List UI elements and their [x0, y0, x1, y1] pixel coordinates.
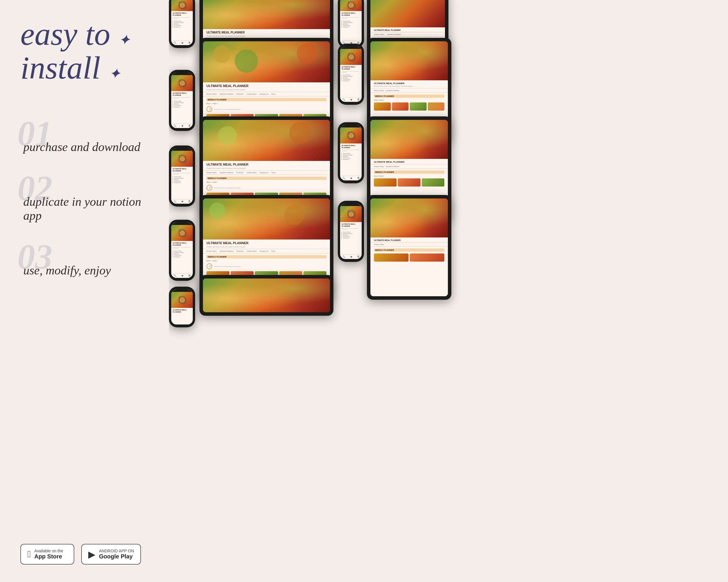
app-store-line2: App Store — [34, 553, 63, 560]
phone-top-left: ULTIMATE MEAL PLANNER People who love to… — [169, 0, 195, 48]
phone-row2-right: ULTIMATE MEAL PLANNER People who love to… — [338, 44, 364, 105]
step-3: 03 use, modify, enjoy — [20, 249, 151, 277]
screens-container: ULTIMATE MEAL PLANNER People who love to… — [169, 0, 728, 582]
steps-container: 01 purchase and download 02 duplicate in… — [20, 126, 151, 277]
screens-area: ULTIMATE MEAL PLANNER People who love to… — [169, 0, 728, 582]
star-deco-1: ✦ — [118, 32, 130, 48]
phone-top-right: ULTIMATE MEAL PLANNER People who love to… — [338, 0, 364, 48]
app-store-badge[interactable]:  Available on the App Store — [20, 544, 74, 564]
main-heading: easy to ✦ install ✦ — [20, 18, 151, 90]
tablet-row5-center — [200, 275, 333, 316]
left-panel: easy to ✦ install ✦ 01 purchase and down… — [0, 0, 169, 582]
tablet-title-t1: ULTIMATE MEAL PLANNER People who love to… — [203, 29, 330, 38]
phone-menu-3: My Kitchen — [173, 24, 191, 25]
badges-row:  Available on the App Store ▶ ANDROID A… — [20, 526, 151, 564]
phone-app-title-t1: ULTIMATE MEAL PLANNER — [173, 12, 191, 16]
app-store-text: Available on the App Store — [34, 549, 63, 560]
bottom-icon-1: 🔍 — [174, 41, 177, 44]
main-title: easy to ✦ install ✦ — [20, 18, 151, 85]
google-play-line2: Google Play — [99, 553, 134, 560]
main-layout: easy to ✦ install ✦ 01 purchase and down… — [0, 0, 728, 582]
play-icon: ▶ — [88, 549, 96, 560]
phone-row4-right: ULTIMATE MEAL PLANNER People who love to… — [338, 201, 364, 262]
google-play-line1: ANDROID APP ON — [99, 549, 134, 553]
phone-row3-left: ULTIMATE MEAL PLANNER People who love to… — [169, 145, 195, 206]
phone-menu-5: Shopping List — [173, 26, 191, 28]
step-1: 01 purchase and download — [20, 126, 151, 154]
phone-row5-left: ULTIMATE MEAL PLANNER — [169, 287, 195, 327]
tablet-row4-far-right: ULTIMATE MEAL PLANNER Recipes Gallery WE… — [367, 195, 451, 300]
phone-menu-2: Ingredients Database — [173, 22, 191, 23]
step-2: 02 duplicate in your notion app — [20, 180, 151, 223]
google-play-badge[interactable]: ▶ ANDROID APP ON Google Play — [81, 544, 141, 564]
phone-row3-right: ULTIMATE MEAL PLANNER People who love to… — [338, 122, 364, 183]
phone-menu-1: Recipes Gallery — [173, 21, 191, 22]
google-play-text: ANDROID APP ON Google Play — [99, 549, 134, 560]
star-deco-2: ✦ — [109, 65, 121, 82]
screen-clock-r3 — [206, 185, 212, 191]
step-2-text: duplicate in your notion app — [23, 195, 151, 223]
step-1-text: purchase and download — [23, 140, 151, 154]
bottom-icon-3: ☰ — [188, 41, 190, 44]
phone-quote-t1: People who love to eat are always the be… — [173, 17, 191, 19]
app-store-line1: Available on the — [34, 549, 63, 553]
screen-clock-r4 — [206, 264, 212, 269]
phone-menu-4: Cooking Videos — [173, 25, 191, 26]
phone-row4-left: ULTIMATE MEAL PLANNER People who love to… — [169, 220, 195, 281]
screen-clock — [206, 106, 212, 112]
step-3-text: use, modify, enjoy — [23, 264, 151, 277]
bottom-icon-2: ⊕ — [181, 41, 183, 44]
apple-icon:  — [27, 549, 31, 560]
phone-row2-left: ULTIMATE MEAL PLANNER People who love to… — [169, 70, 195, 131]
